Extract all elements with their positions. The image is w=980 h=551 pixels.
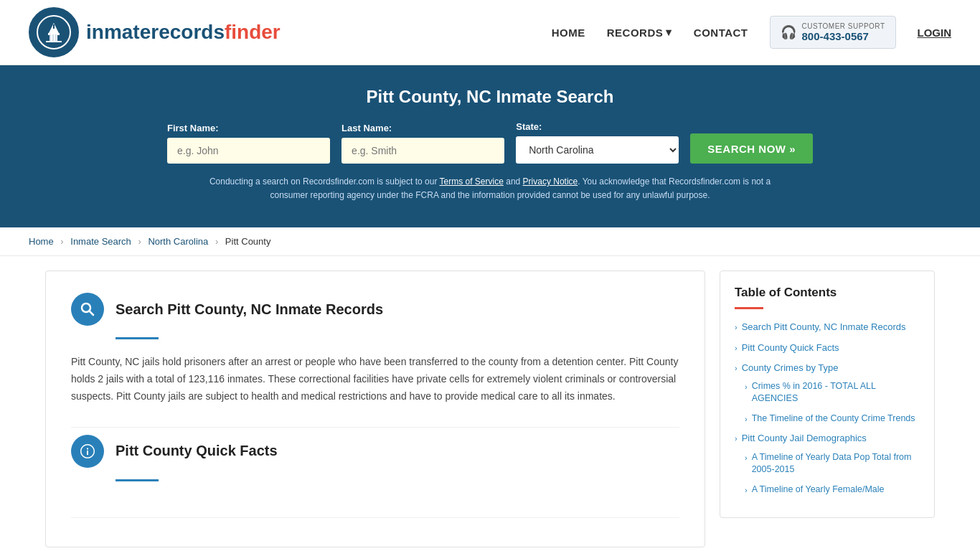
svg-rect-7	[55, 34, 57, 42]
logo-text: inmaterecordsfinder	[86, 21, 281, 44]
toc-link-2[interactable]: › Pitt County Quick Facts	[735, 342, 920, 354]
logo-area: inmaterecordsfinder	[29, 7, 281, 57]
toc-item-3: › County Crimes by Type › Crimes % in 20…	[735, 362, 920, 425]
nav-home[interactable]: HOME	[552, 27, 585, 39]
toc-list: › Search Pitt County, NC Inmate Records …	[735, 321, 920, 496]
toc-sub-item-4-2: › A Timeline of Yearly Female/Male	[745, 484, 920, 496]
chevron-right-icon: ›	[745, 414, 748, 425]
toc-sublist-3: › Crimes % in 2016 - TOTAL ALL AGENCIES …	[745, 380, 920, 425]
toc-box: Table of Contents › Search Pitt County, …	[720, 270, 935, 518]
chevron-right-icon: ›	[745, 485, 748, 496]
svg-rect-8	[46, 41, 62, 42]
toc-divider	[735, 307, 763, 309]
nav-contact[interactable]: CONTACT	[694, 27, 748, 39]
toc-sub-item-3-2: › The Timeline of the County Crime Trend…	[745, 413, 920, 425]
hero-title: Pitt County, NC Inmate Search	[29, 87, 951, 107]
toc-title: Table of Contents	[735, 286, 920, 300]
logo-icon	[29, 7, 79, 57]
nav-login[interactable]: LOGIN	[918, 27, 952, 39]
svg-rect-5	[50, 34, 51, 42]
breadcrumb: Home › Inmate Search › North Carolina › …	[0, 227, 980, 256]
toc-sub-link-4-1[interactable]: › A Timeline of Yearly Data Pop Total fr…	[745, 451, 920, 476]
search-section-icon	[71, 293, 104, 326]
svg-rect-4	[53, 24, 55, 29]
customer-support-box: 🎧 CUSTOMER SUPPORT 800-433-0567	[770, 16, 896, 49]
chevron-right-icon: ›	[745, 453, 748, 463]
first-name-label: First Name:	[167, 123, 330, 133]
section1-header: Search Pitt County, NC Inmate Records	[71, 293, 679, 326]
toc-link-1[interactable]: › Search Pitt County, NC Inmate Records	[735, 321, 920, 334]
search-form: First Name: Last Name: State: North Caro…	[167, 121, 813, 164]
toc-item-4: › Pitt County Jail Demographics › A Time…	[735, 432, 920, 496]
toc-item-1: › Search Pitt County, NC Inmate Records	[735, 321, 920, 334]
toc-link-4[interactable]: › Pitt County Jail Demographics	[735, 432, 920, 445]
tos-link[interactable]: Terms of Service	[440, 176, 504, 187]
section1-divider	[116, 337, 159, 339]
breadcrumb-inmate-search[interactable]: Inmate Search	[70, 236, 131, 247]
state-group: State: North Carolina Alabama Alaska Cal…	[516, 121, 679, 164]
sidebar: Table of Contents › Search Pitt County, …	[720, 270, 935, 547]
search-button[interactable]: SEARCH NOW »	[690, 133, 813, 164]
svg-rect-6	[52, 34, 54, 42]
privacy-link[interactable]: Privacy Notice	[523, 176, 578, 187]
main-nav: HOME RECORDS ▾ CONTACT 🎧 CUSTOMER SUPPOR…	[552, 16, 951, 49]
chevron-right-icon: ›	[735, 433, 738, 444]
breadcrumb-sep-1: ›	[60, 236, 63, 247]
breadcrumb-north-carolina[interactable]: North Carolina	[148, 236, 208, 247]
support-label: CUSTOMER SUPPORT	[802, 22, 885, 30]
toc-item-2: › Pitt County Quick Facts	[735, 342, 920, 354]
info-section-icon	[71, 435, 104, 468]
section2-title: Pitt County Quick Facts	[116, 443, 278, 459]
content-area: Search Pitt County, NC Inmate Records Pi…	[45, 270, 705, 547]
toc-sub-item-4-1: › A Timeline of Yearly Data Pop Total fr…	[745, 451, 920, 476]
last-name-group: Last Name:	[341, 123, 504, 164]
section-quick-facts: Pitt County Quick Facts	[71, 435, 679, 518]
chevron-right-icon: ›	[735, 343, 738, 354]
toc-sub-link-3-1[interactable]: › Crimes % in 2016 - TOTAL ALL AGENCIES	[745, 380, 920, 405]
support-number: 800-433-0567	[802, 30, 885, 42]
chevron-down-icon: ▾	[666, 26, 672, 39]
last-name-input[interactable]	[341, 138, 504, 164]
first-name-input[interactable]	[167, 138, 330, 164]
nav-records[interactable]: RECORDS ▾	[607, 26, 672, 39]
toc-sub-link-3-2[interactable]: › The Timeline of the County Crime Trend…	[745, 413, 920, 425]
section2-header: Pitt County Quick Facts	[71, 435, 679, 468]
svg-line-10	[90, 311, 94, 316]
toc-sub-item-3-1: › Crimes % in 2016 - TOTAL ALL AGENCIES	[745, 380, 920, 405]
disclaimer-text: Conducting a search on Recordsfinder.com…	[203, 175, 777, 202]
state-label: State:	[516, 121, 679, 132]
main-container: Search Pitt County, NC Inmate Records Pi…	[31, 270, 949, 547]
breadcrumb-pitt-county: Pitt County	[225, 236, 271, 247]
state-select[interactable]: North Carolina Alabama Alaska California…	[516, 136, 679, 164]
chevron-right-icon: ›	[745, 382, 748, 392]
breadcrumb-sep-3: ›	[215, 236, 218, 247]
toc-link-3[interactable]: › County Crimes by Type	[735, 362, 920, 375]
breadcrumb-sep-2: ›	[138, 236, 141, 247]
section1-title: Search Pitt County, NC Inmate Records	[116, 301, 383, 318]
section-inmate-records: Search Pitt County, NC Inmate Records Pi…	[71, 293, 679, 427]
section1-body: Pitt County, NC jails hold prisoners aft…	[71, 354, 679, 405]
toc-sublist-4: › A Timeline of Yearly Data Pop Total fr…	[745, 451, 920, 496]
section2-divider	[116, 479, 159, 481]
site-header: inmaterecordsfinder HOME RECORDS ▾ CONTA…	[0, 0, 980, 65]
first-name-group: First Name:	[167, 123, 330, 164]
hero-section: Pitt County, NC Inmate Search First Name…	[0, 65, 980, 227]
breadcrumb-home[interactable]: Home	[29, 236, 54, 247]
chevron-right-icon: ›	[735, 322, 738, 333]
last-name-label: Last Name:	[341, 123, 504, 133]
toc-sub-link-4-2[interactable]: › A Timeline of Yearly Female/Male	[745, 484, 920, 496]
headset-icon: 🎧	[781, 24, 796, 40]
chevron-right-icon: ›	[735, 363, 738, 374]
